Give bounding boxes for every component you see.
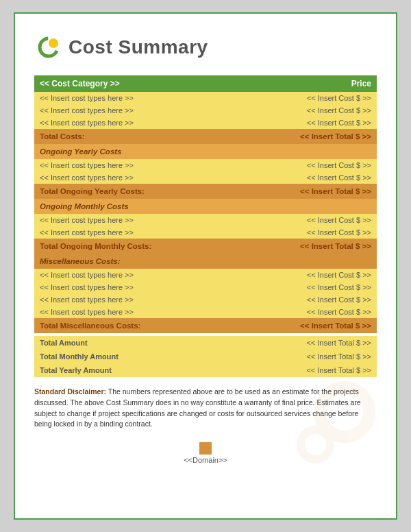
page-title: Cost Summary xyxy=(68,36,208,58)
disclaimer-label: Standard Disclaimer: xyxy=(34,387,106,396)
section-header-row: Ongoing Yearly Costs xyxy=(34,144,377,159)
summary-label: Total Yearly Amount xyxy=(34,363,247,377)
category-header: << Cost Category >> xyxy=(34,75,247,92)
summary-value: << Insert Total $ >> xyxy=(247,363,377,377)
summary-label: Total Monthly Amount xyxy=(34,350,247,363)
summary-value: << Insert Total $ >> xyxy=(247,350,377,363)
total-label: Total Ongoing Yearly Costs: xyxy=(34,184,247,199)
footer-icon xyxy=(199,442,212,455)
category-cell: << Insert cost types here >> xyxy=(34,159,247,171)
table-row: << Insert cost types here >> << Insert C… xyxy=(34,159,377,171)
price-cell: << Insert Cost $ >> xyxy=(247,293,377,306)
total-label: Total Ongoing Monthly Costs: xyxy=(34,239,247,254)
category-cell: << Insert cost types here >> xyxy=(34,214,247,226)
footer: <<Domain>> xyxy=(34,442,377,470)
total-row: Total Ongoing Yearly Costs: << Insert To… xyxy=(34,184,377,199)
footer-text: <<Domain>> xyxy=(184,456,227,464)
table-row: << Insert cost types here >> << Insert C… xyxy=(34,281,377,293)
total-value: << Insert Total $ >> xyxy=(247,239,377,254)
price-cell: << Insert Cost $ >> xyxy=(247,117,377,129)
price-cell: << Insert Cost $ >> xyxy=(247,104,377,117)
category-cell: << Insert cost types here >> xyxy=(34,104,247,117)
price-cell: << Insert Cost $ >> xyxy=(247,92,377,104)
logo-icon xyxy=(37,34,63,60)
table-row: << Insert cost types here >> << Insert C… xyxy=(34,171,377,184)
category-cell: << Insert cost types here >> xyxy=(34,293,247,306)
price-cell: << Insert Cost $ >> xyxy=(247,214,377,226)
table-row: << Insert cost types here >> << Insert C… xyxy=(34,92,377,104)
price-cell: << Insert Cost $ >> xyxy=(247,226,377,239)
total-value: << Insert Total $ >> xyxy=(247,129,377,144)
section-header-row: Ongoing Monthly Costs xyxy=(34,199,377,214)
summary-row: Total Monthly Amount << Insert Total $ >… xyxy=(34,350,377,363)
price-cell: << Insert Cost $ >> xyxy=(247,269,377,281)
table-row: << Insert cost types here >> << Insert C… xyxy=(34,269,377,281)
category-cell: << Insert cost types here >> xyxy=(34,281,247,293)
section-heading: Ongoing Monthly Costs xyxy=(34,199,377,214)
section-heading: Ongoing Yearly Costs xyxy=(34,144,377,159)
cost-table: << Cost Category >> Price << Insert cost… xyxy=(34,75,377,377)
summary-value: << Insert Total $ >> xyxy=(247,336,377,350)
total-value: << Insert Total $ >> xyxy=(247,184,377,199)
price-cell: << Insert Cost $ >> xyxy=(247,171,377,184)
summary-row: Total Yearly Amount << Insert Total $ >> xyxy=(34,363,377,377)
total-row: Total Ongoing Monthly Costs: << Insert T… xyxy=(34,239,377,254)
price-cell: << Insert Cost $ >> xyxy=(247,306,377,318)
section-header-row: Miscellaneous Costs: xyxy=(34,254,377,269)
price-cell: << Insert Cost $ >> xyxy=(247,159,377,171)
page-header: Cost Summary xyxy=(34,34,377,60)
category-cell: << Insert cost types here >> xyxy=(34,306,247,318)
total-label: Total Costs: xyxy=(34,129,247,144)
total-row: Total Miscellaneous Costs: << Insert Tot… xyxy=(34,318,377,333)
total-value: << Insert Total $ >> xyxy=(247,318,377,333)
category-cell: << Insert cost types here >> xyxy=(34,226,247,239)
table-row: << Insert cost types here >> << Insert C… xyxy=(34,306,377,318)
category-cell: << Insert cost types here >> xyxy=(34,92,247,104)
category-cell: << Insert cost types here >> xyxy=(34,269,247,281)
table-row: << Insert cost types here >> << Insert C… xyxy=(34,226,377,239)
section-heading: Miscellaneous Costs: xyxy=(34,254,377,269)
disclaimer: Standard Disclaimer: The numbers represe… xyxy=(34,387,377,430)
price-cell: << Insert Cost $ >> xyxy=(247,281,377,293)
total-label: Total Miscellaneous Costs: xyxy=(34,318,247,333)
summary-row: Total Amount << Insert Total $ >> xyxy=(34,336,377,350)
category-cell: << Insert cost types here >> xyxy=(34,171,247,184)
category-cell: << Insert cost types here >> xyxy=(34,117,247,129)
table-row: << Insert cost types here >> << Insert C… xyxy=(34,293,377,306)
table-header-row: << Cost Category >> Price xyxy=(34,75,377,92)
price-header: Price xyxy=(247,75,377,92)
svg-point-1 xyxy=(49,38,58,48)
total-row: Total Costs: << Insert Total $ >> xyxy=(34,129,377,144)
table-row: << Insert cost types here >> << Insert C… xyxy=(34,117,377,129)
table-row: << Insert cost types here >> << Insert C… xyxy=(34,214,377,226)
summary-label: Total Amount xyxy=(34,336,247,350)
table-row: << Insert cost types here >> << Insert C… xyxy=(34,104,377,117)
page-container: Cost Summary << Cost Category >> Price <… xyxy=(14,12,397,520)
